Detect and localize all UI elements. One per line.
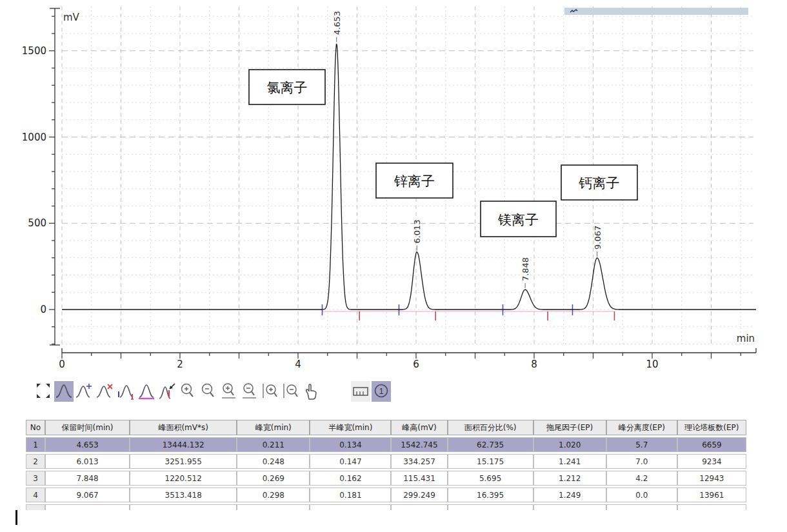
table-row[interactable]: 49.0673513.4180.2980.181299.24916.3951.2… bbox=[26, 488, 746, 502]
label-one-icon: 1 bbox=[372, 382, 390, 401]
zoom-in-horizontal-button[interactable] bbox=[219, 381, 239, 402]
zoom-out-vertical-button[interactable] bbox=[281, 381, 301, 402]
x-axis-unit: min bbox=[737, 333, 755, 344]
ruler-icon bbox=[352, 382, 370, 401]
table-cell: 6659 bbox=[677, 437, 746, 452]
peak-annotation-box[interactable]: 钙离子 bbox=[561, 165, 637, 200]
hand-icon bbox=[303, 382, 321, 401]
column-header[interactable]: No bbox=[26, 420, 45, 435]
table-cell bbox=[26, 504, 45, 510]
table-cell: 1542.745 bbox=[391, 437, 447, 452]
peak-annotation-box[interactable]: 锌离子 bbox=[376, 163, 453, 198]
table-cell: 9.067 bbox=[45, 488, 130, 502]
peak-annotation-box[interactable]: 氯离子 bbox=[249, 70, 325, 104]
peak-annotation-box[interactable]: 镁离子 bbox=[481, 201, 556, 237]
svg-text:1000: 1000 bbox=[22, 132, 46, 143]
column-header[interactable]: 面积百分比(%) bbox=[448, 420, 533, 435]
table-cell: 62.735 bbox=[448, 437, 533, 452]
peak-annotation-label: 锌离子 bbox=[394, 173, 435, 189]
table-cell: 1 bbox=[26, 437, 45, 452]
peak-add-button[interactable] bbox=[75, 381, 94, 402]
table-cell: 1.212 bbox=[533, 471, 606, 486]
zoom-out-horizontal-icon bbox=[241, 382, 259, 401]
zoom-out-vertical-icon bbox=[282, 382, 300, 401]
table-cell: 0.181 bbox=[310, 488, 391, 502]
zoom-out-button[interactable] bbox=[199, 381, 218, 402]
table-cell: 1.241 bbox=[533, 454, 606, 469]
zoom-in-button[interactable] bbox=[178, 381, 197, 402]
table-cell: 9234 bbox=[677, 454, 746, 469]
column-header[interactable]: 峰面积(mV*s) bbox=[130, 420, 237, 435]
table-cell bbox=[130, 504, 237, 510]
svg-text:4: 4 bbox=[295, 359, 301, 370]
table-cell: 16.395 bbox=[448, 488, 533, 502]
zoom-out-icon bbox=[199, 382, 217, 401]
table-cell bbox=[606, 504, 677, 510]
column-header[interactable]: 拖尾因子(EP) bbox=[533, 420, 606, 435]
hand-button[interactable] bbox=[302, 381, 321, 402]
column-header[interactable]: 峰宽(min) bbox=[237, 420, 310, 435]
expand-button[interactable] bbox=[34, 381, 53, 402]
table-cell: 4.653 bbox=[45, 437, 130, 452]
column-header[interactable]: 峰分离度(EP) bbox=[606, 420, 677, 435]
table-cell: 1.249 bbox=[533, 488, 606, 502]
table-cell: 7.848 bbox=[45, 471, 130, 486]
table-row-empty bbox=[26, 504, 746, 510]
table-cell: 299.249 bbox=[391, 488, 447, 502]
table-cell bbox=[310, 504, 391, 510]
peak-annotation-label: 氯离子 bbox=[267, 80, 308, 95]
table-cell: 4.2 bbox=[606, 471, 677, 486]
table-cell: 13444.132 bbox=[130, 437, 237, 452]
table-cell: 2 bbox=[26, 454, 45, 469]
column-header[interactable]: 峰高(mV) bbox=[391, 420, 447, 435]
peak-manual-integrate-icon bbox=[117, 382, 135, 401]
table-cell: 0.298 bbox=[237, 488, 310, 502]
table-cell: 3 bbox=[26, 471, 45, 486]
table-header-row: No保留时间(min)峰面积(mV*s)峰宽(min)半峰宽(min)峰高(mV… bbox=[26, 420, 746, 435]
retention-time-label: 9.067 bbox=[593, 226, 603, 250]
peak-button[interactable] bbox=[54, 381, 74, 402]
table-cell: 115.431 bbox=[391, 471, 447, 486]
table-cell: 5.695 bbox=[448, 471, 533, 486]
table-row[interactable]: 26.0133251.9550.2480.147334.25715.1751.2… bbox=[26, 454, 746, 469]
retention-time-label: 6.013 bbox=[412, 219, 422, 243]
column-header[interactable]: 半峰宽(min) bbox=[310, 420, 391, 435]
table-cell: 13961 bbox=[677, 488, 746, 502]
table-cell: 1220.512 bbox=[130, 471, 237, 486]
column-header[interactable]: 保留时间(min) bbox=[45, 420, 130, 435]
svg-text:500: 500 bbox=[28, 217, 46, 229]
table-cell bbox=[677, 504, 746, 510]
label-one-button[interactable]: 1 bbox=[372, 381, 391, 402]
peak-delete-icon bbox=[96, 382, 114, 401]
table-cell: 7.0 bbox=[606, 454, 677, 469]
peak-baseline-button[interactable] bbox=[137, 381, 156, 402]
table-cell bbox=[45, 504, 130, 510]
chromatogram-chart[interactable]: 050010001500mV0246810min4.6536.0137.8489… bbox=[0, 0, 787, 377]
table-row[interactable]: 14.65313444.1320.2110.1341542.74562.7351… bbox=[26, 437, 746, 452]
table-cell bbox=[237, 504, 310, 510]
peak-delete-button[interactable] bbox=[95, 381, 115, 402]
retention-time-label: 4.653 bbox=[332, 11, 342, 35]
svg-text:0: 0 bbox=[59, 359, 65, 370]
peak-negative-button[interactable] bbox=[157, 381, 177, 402]
integration-markers bbox=[323, 304, 615, 320]
peak-annotation-label: 钙离子 bbox=[579, 175, 620, 191]
zoom-in-icon bbox=[179, 382, 197, 401]
table-cell: 334.257 bbox=[391, 454, 447, 469]
table-cell: 1.020 bbox=[533, 437, 606, 452]
ruler-button[interactable] bbox=[351, 381, 370, 402]
svg-text:2: 2 bbox=[177, 359, 183, 370]
svg-text:8: 8 bbox=[531, 359, 537, 370]
table-cell: 15.175 bbox=[448, 454, 533, 469]
zoom-out-horizontal-button[interactable] bbox=[240, 381, 259, 402]
table-cell: 6.013 bbox=[45, 454, 130, 469]
peak-negative-icon bbox=[158, 382, 176, 401]
table-row[interactable]: 37.8481220.5120.2690.162115.4315.6951.21… bbox=[26, 471, 746, 486]
column-header[interactable]: 理论塔板数(EP) bbox=[677, 420, 746, 435]
table-cell: 0.147 bbox=[310, 454, 391, 469]
table-cell: 3251.955 bbox=[130, 454, 237, 469]
text-caret bbox=[15, 510, 17, 525]
peak-manual-integrate-button[interactable] bbox=[116, 381, 135, 402]
zoom-in-vertical-button[interactable] bbox=[261, 381, 280, 402]
legend-window-fragment[interactable] bbox=[564, 8, 748, 15]
